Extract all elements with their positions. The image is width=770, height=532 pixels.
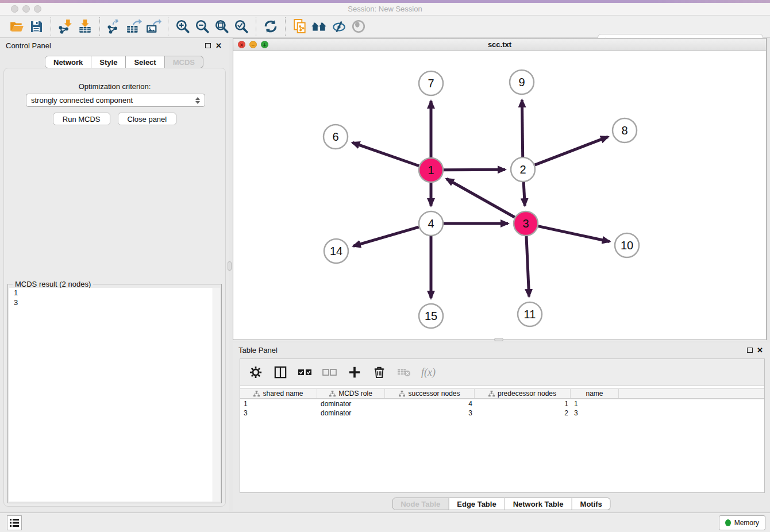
graph-node-label: 1: [428, 164, 434, 176]
toolbar-separator: [285, 17, 286, 36]
import-network-icon[interactable]: [56, 17, 75, 36]
edge-4-14[interactable]: [353, 227, 419, 246]
column-header-predecessor-nodes[interactable]: predecessor nodes: [475, 389, 571, 398]
select-all-checkboxes-icon[interactable]: [298, 365, 313, 380]
graph-node-label: 6: [332, 130, 338, 143]
save-session-icon[interactable]: [26, 17, 46, 36]
memory-label: Memory: [734, 519, 759, 527]
export-table-icon[interactable]: [124, 17, 144, 36]
export-image-icon[interactable]: [144, 17, 163, 36]
deselect-all-checkboxes-icon[interactable]: [322, 365, 337, 380]
tab-style[interactable]: Style: [91, 56, 126, 68]
tab-network-table[interactable]: Network Table: [505, 498, 572, 510]
table-panel-title: Table Panel: [238, 346, 278, 354]
cell-successor-nodes: 4: [385, 399, 475, 408]
mcds-result-textarea[interactable]: 1 3: [9, 288, 220, 502]
optimization-criterion-label: Optimization criterion:: [4, 82, 225, 91]
tab-network[interactable]: Network: [45, 56, 91, 68]
edge-3-11[interactable]: [526, 236, 529, 296]
edge-2-8[interactable]: [535, 137, 609, 165]
titlebar: Session: New Session: [0, 3, 770, 16]
main-toolbar: [0, 16, 770, 38]
edge-1-6[interactable]: [352, 142, 419, 166]
table-row[interactable]: 1 dominator 4 1 1: [240, 399, 764, 408]
node-table-container: f(x) shared name MCDS role successor nod…: [240, 358, 765, 493]
application-window: Session: New Session: [0, 0, 770, 532]
show-eye-icon[interactable]: [349, 17, 368, 36]
mcds-result-group: MCDS result (2 nodes) 1 3: [7, 284, 222, 503]
optimization-criterion-select[interactable]: strongly connected component: [26, 94, 205, 107]
table-panel-tabs: Node Table Edge Table Network Table Moti…: [392, 498, 611, 510]
column-layout-icon[interactable]: [273, 365, 288, 380]
float-panel-icon[interactable]: [747, 348, 753, 353]
toolbar-separator: [51, 17, 51, 36]
zoom-out-icon[interactable]: [192, 17, 212, 36]
network-canvas[interactable]: 7968124314101511: [233, 51, 766, 340]
table-row[interactable]: 3 dominator 3 2 3: [240, 408, 764, 418]
table-toolbar: f(x): [240, 359, 764, 386]
edge-3-10[interactable]: [538, 226, 610, 242]
home-neighbors-icon[interactable]: [310, 17, 329, 36]
graph-node-label: 8: [621, 124, 627, 137]
import-table-icon[interactable]: [75, 17, 95, 36]
window-title: Session: New Session: [0, 5, 770, 13]
cell-shared-name: 3: [240, 408, 317, 418]
cell-predecessor-nodes: 1: [475, 399, 571, 408]
toolbar-separator: [99, 17, 100, 36]
edge-3-1[interactable]: [446, 179, 515, 217]
graph-node-label: 2: [519, 163, 526, 176]
table-panel-header: Table Panel ✕: [233, 342, 770, 357]
cell-name: 1: [571, 399, 619, 408]
tab-mcds[interactable]: MCDS: [165, 56, 203, 68]
edge-1-2[interactable]: [444, 169, 505, 170]
delete-column-icon[interactable]: [372, 365, 387, 380]
cell-shared-name: 1: [240, 399, 317, 408]
column-header-mcds-role[interactable]: MCDS role: [317, 389, 385, 398]
result-scrollbar[interactable]: [213, 288, 220, 502]
column-header-shared-name[interactable]: shared name: [240, 389, 317, 398]
tab-node-table[interactable]: Node Table: [392, 498, 449, 510]
toolbar-separator: [168, 17, 168, 36]
column-header-successor-nodes[interactable]: successor nodes: [385, 389, 475, 398]
table-panel: Table Panel ✕: [233, 342, 770, 511]
float-panel-icon[interactable]: [205, 43, 211, 48]
column-header-name[interactable]: name: [571, 389, 619, 398]
graph-node-label: 15: [425, 310, 437, 322]
open-session-icon[interactable]: [7, 17, 26, 36]
edge-2-3[interactable]: [523, 182, 525, 206]
zoom-selected-icon[interactable]: [232, 17, 251, 36]
horizontal-splitter[interactable]: [494, 338, 503, 341]
add-column-icon[interactable]: [347, 365, 362, 380]
tab-select[interactable]: Select: [126, 56, 164, 68]
settings-gear-icon[interactable]: [248, 365, 263, 380]
mcds-result-title: MCDS result (2 nodes): [13, 280, 93, 288]
tab-motifs[interactable]: Motifs: [572, 498, 611, 510]
delete-table-icon[interactable]: [396, 365, 411, 380]
graph-node-label: 4: [428, 217, 434, 230]
edge-2-9[interactable]: [522, 100, 522, 157]
panel-splitter[interactable]: [228, 261, 232, 271]
function-builder-icon[interactable]: f(x): [421, 367, 436, 379]
close-panel-icon[interactable]: ✕: [757, 346, 763, 354]
export-network-icon[interactable]: [105, 17, 124, 36]
graph-node-label: 3: [522, 217, 529, 230]
zoom-fit-icon[interactable]: [212, 17, 232, 36]
hide-glasses-icon[interactable]: [329, 17, 349, 36]
network-window-titlebar[interactable]: × − + scc.txt: [233, 38, 766, 51]
cell-name: 3: [571, 408, 619, 418]
tab-edge-table[interactable]: Edge Table: [449, 498, 505, 510]
refresh-icon[interactable]: [261, 17, 280, 36]
task-history-button[interactable]: [7, 515, 22, 530]
network-window-title: scc.txt: [233, 40, 766, 49]
zoom-in-icon[interactable]: [173, 17, 192, 36]
control-panel: Control Panel ✕ Network Style Select MCD…: [0, 38, 229, 511]
memory-button[interactable]: Memory: [719, 515, 765, 530]
column-type-icon: [329, 391, 336, 397]
close-panel-icon[interactable]: ✕: [215, 41, 222, 50]
close-panel-button[interactable]: Close panel: [118, 113, 177, 125]
network-view-window: × − + scc.txt 7968124314101511: [233, 38, 767, 340]
clone-network-icon[interactable]: [290, 17, 310, 36]
mcds-panel: Optimization criterion: strongly connect…: [3, 68, 226, 507]
column-type-icon: [253, 391, 260, 397]
run-mcds-button[interactable]: Run MCDS: [53, 113, 110, 125]
